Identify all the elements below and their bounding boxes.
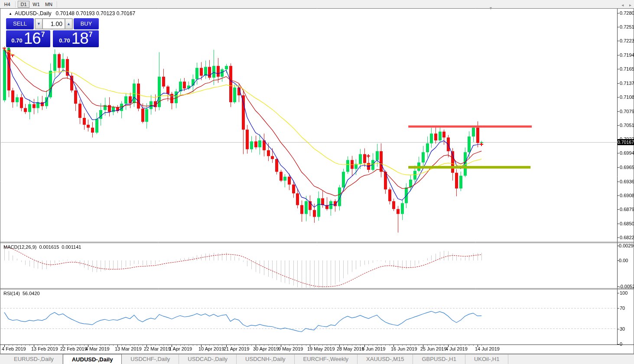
tab-gbpusd-h1[interactable]: GBPUSD-,H1 <box>413 354 465 364</box>
sell-price-prefix: 0.70 <box>11 37 22 44</box>
time-axis-label: 25 Jun 2019 <box>420 346 447 351</box>
tab-audusd-daily[interactable]: AUDUSD-,Daily <box>63 354 122 364</box>
rsi-axis-label: 30 <box>620 326 625 332</box>
time-axis-label: 21 Apr 2019 <box>224 346 249 351</box>
application-window: H4 D1 W1 MN ▲AUDUSD-,Daily0.70148 0.7019… <box>0 0 634 364</box>
macd-axis-label: 0.002962 <box>619 243 634 248</box>
current-price-tag: 0.70167 <box>618 139 634 145</box>
macd-panel-label: MACD(12,26,9)0.0016150.001141 <box>3 244 81 250</box>
time-axis-label: 6 Jun 2019 <box>362 346 385 351</box>
buy-button[interactable]: BUY <box>74 18 99 29</box>
chart-symbol-label: AUDUSD-,Daily <box>15 10 52 16</box>
sell-price-big: 16 <box>24 31 41 46</box>
sell-price-quote[interactable]: 0.70 16 7 <box>6 30 50 47</box>
chart-canvas[interactable] <box>0 0 634 364</box>
volume-input[interactable] <box>42 19 65 29</box>
timeframe-button-h4[interactable]: H4 <box>1 1 13 8</box>
price-axis-label: 0.69365 <box>620 179 634 184</box>
timeframe-button-mn[interactable]: MN <box>43 1 55 8</box>
time-axis-label: 14 Jul 2019 <box>475 346 500 351</box>
price-axis-label: 0.68795 <box>620 207 634 212</box>
tab-ukoil-h1[interactable]: UKOil-,H1 <box>465 354 509 364</box>
price-axis-label: 0.68505 <box>620 221 634 226</box>
rsi-axis-label: 0 <box>620 341 622 347</box>
timeframe-button-w1[interactable]: W1 <box>30 1 42 8</box>
chart-tab-bar: EURUSD-,DailyAUDUSD-,DailyUSDCHF-,DailyU… <box>0 354 634 364</box>
price-axis-label: 0.70795 <box>620 109 634 114</box>
toolbar-separator <box>15 1 16 7</box>
chart-ohlc-values: 0.70148 0.70193 0.70123 0.70167 <box>56 10 136 16</box>
tab-scroll-right-icon[interactable]: ▸ <box>629 3 631 7</box>
time-axis-label: 30 Apr 2019 <box>253 346 279 351</box>
time-axis-label: 22 Feb 2019 <box>60 346 87 351</box>
time-axis-label: 13 Feb 2019 <box>31 346 58 351</box>
price-axis-label: 0.71085 <box>620 94 634 100</box>
toolbar-separator <box>57 1 57 7</box>
time-axis-label: 4 Feb 2019 <box>2 346 26 351</box>
tab-usdchf-daily[interactable]: USDCHF-,Daily <box>122 354 179 364</box>
time-axis-label: 16 Jun 2019 <box>391 346 417 351</box>
one-click-trade-widget: SELL ▼ ▲ BUY 0.70 16 7 0.70 18 7 <box>6 18 99 47</box>
window-splitter-icon[interactable]: ▼ <box>489 6 493 10</box>
price-axis-label: 0.71370 <box>620 81 634 86</box>
tab-usdcnh-daily[interactable]: USDCNH-,Daily <box>237 354 294 364</box>
macd-signal-value: 0.001141 <box>62 244 81 250</box>
sell-button[interactable]: SELL <box>6 18 34 29</box>
price-axis-label: 0.71655 <box>620 66 634 72</box>
rsi-axis-label: 70 <box>620 306 625 311</box>
price-axis-label: 0.72515 <box>620 24 634 29</box>
macd-name: MACD(12,26,9) <box>3 244 36 250</box>
buy-price-quote[interactable]: 0.70 18 7 <box>53 30 99 47</box>
time-axis-label: 22 Mar 2019 <box>144 346 171 351</box>
rsi-name: RSI(14) <box>3 291 20 296</box>
price-axis-label: 0.69650 <box>620 165 634 170</box>
time-axis-label: 28 May 2019 <box>337 346 364 351</box>
collapse-triangle-icon[interactable]: ▲ <box>9 12 12 16</box>
time-axis-label: 4 Jul 2019 <box>445 346 468 351</box>
tab-eurusd-daily[interactable]: EURUSD-,Daily <box>5 354 63 364</box>
price-axis-label: 0.69940 <box>620 150 634 156</box>
buy-price-pip: 7 <box>89 31 93 39</box>
price-axis-label: 0.68220 <box>620 235 634 240</box>
rsi-value: 56.0420 <box>23 291 40 296</box>
macd-axis-label: -0.005255 <box>619 284 634 289</box>
time-axis-label: 1 Apr 2019 <box>169 346 192 351</box>
rsi-panel-label: RSI(14)56.0420 <box>3 291 40 296</box>
time-axis-label: 19 May 2019 <box>307 346 335 351</box>
tab-usdcad-daily[interactable]: USDCAD-,Daily <box>179 354 237 364</box>
rsi-axis-label: 100 <box>620 290 627 296</box>
price-axis-label: 0.72230 <box>620 38 634 43</box>
macd-axis-label: 0.00 <box>619 258 628 263</box>
price-axis-label: 0.72800 <box>620 10 634 16</box>
chart-title: ▲AUDUSD-,Daily0.70148 0.70193 0.70123 0.… <box>9 10 135 16</box>
macd-main-value: 0.001615 <box>39 244 59 250</box>
time-axis-label: 4 Mar 2019 <box>85 346 110 351</box>
price-axis-label: 0.71945 <box>620 52 634 58</box>
price-axis-label: 0.70510 <box>620 123 634 128</box>
tab-xauusd-m15[interactable]: XAUUSD-,M15 <box>358 354 413 364</box>
volume-stepper: ▼ ▲ <box>35 18 73 29</box>
tab-scroll-left-icon[interactable]: ◂ <box>621 3 624 7</box>
timeframe-button-d1[interactable]: D1 <box>18 1 29 8</box>
tab-eurchf-weekly[interactable]: EURCHF-,Weekly <box>295 354 358 364</box>
buy-price-big: 18 <box>72 31 88 46</box>
time-axis-label: 9 May 2019 <box>278 346 303 351</box>
timeframe-toolbar: H4 D1 W1 MN <box>0 0 634 8</box>
time-axis-label: 10 Apr 2019 <box>198 346 224 351</box>
time-axis-label: 13 Mar 2019 <box>115 346 142 351</box>
tab-scroll-arrows: ◂ ▸ <box>617 3 631 7</box>
price-axis-label: 0.69080 <box>620 193 634 198</box>
volume-decrease-icon[interactable]: ▼ <box>35 19 42 29</box>
volume-increase-icon[interactable]: ▲ <box>65 19 72 29</box>
sell-price-pip: 7 <box>41 31 45 39</box>
buy-price-prefix: 0.70 <box>59 37 70 44</box>
